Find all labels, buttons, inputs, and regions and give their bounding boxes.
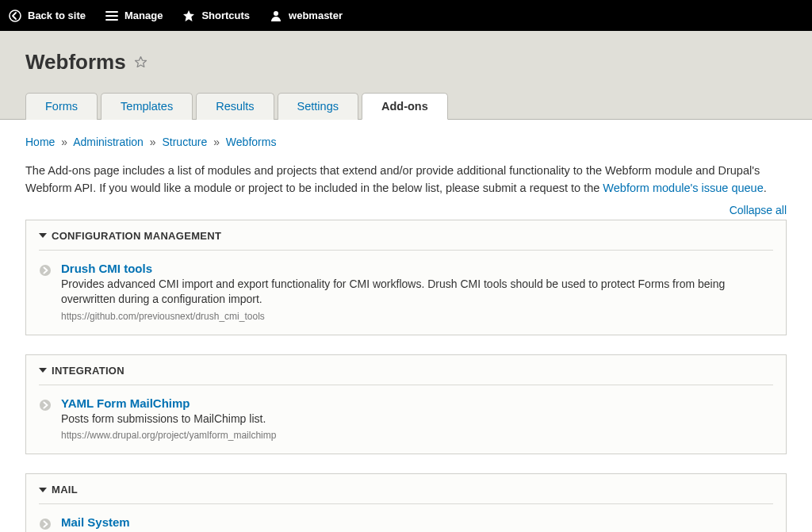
page-title-row: Webforms xyxy=(25,50,787,75)
tab-forms[interactable]: Forms xyxy=(25,93,98,120)
svg-point-4 xyxy=(40,519,51,530)
tab-settings[interactable]: Settings xyxy=(278,93,358,120)
divider xyxy=(39,250,773,251)
favorite-toggle[interactable] xyxy=(134,55,147,69)
section-config-header[interactable]: CONFIGURATION MANAGEMENT xyxy=(39,230,773,242)
section-mail-header[interactable]: MAIL xyxy=(39,484,773,496)
tab-addons[interactable]: Add-ons xyxy=(362,93,448,120)
back-to-site[interactable]: Back to site xyxy=(8,9,86,23)
content-region: Home » Administration » Structure » Webf… xyxy=(0,120,812,532)
breadcrumb-home[interactable]: Home xyxy=(25,136,55,148)
svg-point-2 xyxy=(40,265,51,276)
back-icon xyxy=(8,9,22,23)
breadcrumb-admin[interactable]: Administration xyxy=(73,136,144,148)
section-config-title: CONFIGURATION MANAGEMENT xyxy=(52,230,221,242)
header-region: Webforms Forms Templates Results Setting… xyxy=(0,31,812,120)
svg-point-1 xyxy=(274,11,278,16)
section-mail: MAIL Mail System Provides a user interfa… xyxy=(25,473,787,532)
tab-results[interactable]: Results xyxy=(196,93,274,120)
addon-entry: Drush CMI tools Provides advanced CMI im… xyxy=(39,262,773,322)
addon-url: https://github.com/previousnext/drush_cm… xyxy=(61,311,773,322)
chevron-down-icon xyxy=(39,488,47,492)
section-config: CONFIGURATION MANAGEMENT Drush CMI tools… xyxy=(25,220,787,335)
intro-text: The Add-ons page includes a list of modu… xyxy=(25,163,787,197)
addon-entry: Mail System Provides a user interface fo… xyxy=(39,515,773,532)
addon-title-link[interactable]: Mail System xyxy=(61,515,130,529)
collapse-all-link[interactable]: Collapse all xyxy=(730,204,787,216)
intro-b: . xyxy=(764,182,767,194)
collapse-row: Collapse all xyxy=(25,204,787,216)
manage-menu[interactable]: Manage xyxy=(105,9,163,23)
breadcrumb-sep: » xyxy=(213,136,220,148)
section-mail-title: MAIL xyxy=(52,484,78,496)
breadcrumb-structure[interactable]: Structure xyxy=(162,136,207,148)
addon-url: https://www.drupal.org/project/yamlform_… xyxy=(61,430,773,441)
addon-desc: Provides advanced CMI import and export … xyxy=(61,277,773,308)
breadcrumb-sep: » xyxy=(61,136,67,148)
shortcuts-menu[interactable]: Shortcuts xyxy=(182,9,250,23)
arrow-circle-icon xyxy=(39,518,52,530)
admin-toolbar: Back to site Manage Shortcuts webmaster xyxy=(0,0,812,31)
breadcrumb-sep: » xyxy=(150,136,156,148)
intro-link[interactable]: Webform module's issue queue xyxy=(603,182,763,194)
section-integration-header[interactable]: INTEGRATION xyxy=(39,365,773,377)
chevron-down-icon xyxy=(39,233,47,238)
addon-title-link[interactable]: YAML Form MailChimp xyxy=(61,396,190,410)
section-integration: INTEGRATION YAML Form MailChimp Posts fo… xyxy=(25,354,787,455)
breadcrumb: Home » Administration » Structure » Webf… xyxy=(25,136,787,148)
arrow-circle-icon xyxy=(39,399,52,411)
section-integration-title: INTEGRATION xyxy=(52,365,124,377)
star-icon xyxy=(182,9,196,23)
user-menu[interactable]: webmaster xyxy=(269,9,343,23)
user-icon xyxy=(269,9,283,23)
user-label: webmaster xyxy=(289,10,343,21)
addon-entry: YAML Form MailChimp Posts form submissio… xyxy=(39,396,773,442)
addon-title-link[interactable]: Drush CMI tools xyxy=(61,262,152,275)
shortcuts-label: Shortcuts xyxy=(201,10,250,21)
svg-point-0 xyxy=(10,10,21,21)
divider xyxy=(39,503,773,504)
breadcrumb-webforms[interactable]: Webforms xyxy=(226,136,277,148)
chevron-down-icon xyxy=(39,368,47,373)
arrow-circle-icon xyxy=(39,264,52,277)
divider xyxy=(39,385,773,385)
hamburger-icon xyxy=(105,9,119,23)
page-title: Webforms xyxy=(25,50,126,75)
manage-label: Manage xyxy=(124,10,163,21)
primary-tabs: Forms Templates Results Settings Add-ons xyxy=(25,92,787,119)
svg-point-3 xyxy=(40,400,51,411)
tab-templates[interactable]: Templates xyxy=(101,93,193,120)
back-label: Back to site xyxy=(28,10,86,21)
addon-desc: Posts form submissions to MailChimp list… xyxy=(61,411,773,427)
